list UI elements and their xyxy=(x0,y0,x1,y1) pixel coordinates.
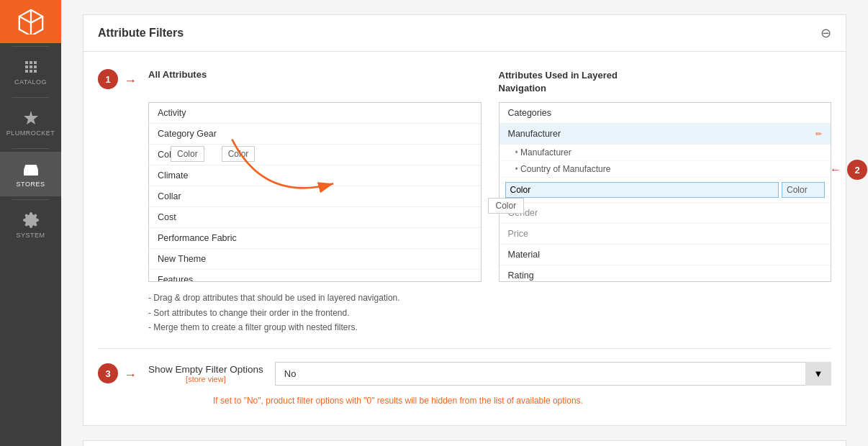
attr-item-features[interactable]: Features xyxy=(149,270,481,282)
nav-item-rating[interactable]: Rating xyxy=(499,265,831,282)
gender-tooltip: Color xyxy=(488,198,525,214)
step2-badge-row: ← 2 xyxy=(830,160,867,180)
attribute-filters-body: 1 → All Attributes Attributes Used in La… xyxy=(83,52,846,425)
step2-badge: 2 xyxy=(847,160,867,180)
svg-marker-1 xyxy=(24,111,38,124)
sidebar-item-system[interactable]: SYSTEM xyxy=(0,203,61,247)
collapse-icon[interactable]: ⊖ xyxy=(820,25,831,41)
attr-item-new-theme[interactable]: New Theme xyxy=(149,249,481,270)
sidebar-divider2 xyxy=(12,97,49,98)
step3-select-wrap: No Yes ▼ xyxy=(275,362,831,386)
attribute-filters-card: Attribute Filters ⊖ 1 → All Attributes A… xyxy=(83,14,846,426)
instructions: Drag & drop attributes that should be us… xyxy=(148,291,831,334)
logo xyxy=(0,0,61,43)
sidebar-divider4 xyxy=(12,199,49,200)
step3-label: Show Empty Filter Options xyxy=(148,364,263,375)
attr-item-cost[interactable]: Cost xyxy=(149,207,481,228)
attr-item-performance-fabric[interactable]: Performance Fabric xyxy=(149,228,481,249)
all-attrs-panel: Activity Category Gear Color Color Color xyxy=(148,102,482,282)
color-input-field[interactable] xyxy=(505,182,779,198)
color-tooltip-1: Color xyxy=(171,146,204,162)
instruction-2: Sort attributes to change their order in… xyxy=(148,306,831,320)
catalog-label: CATALOG xyxy=(14,78,47,86)
step1-arrow: → xyxy=(124,73,137,88)
all-attrs-list[interactable]: Activity Category Gear Color Color Color xyxy=(148,102,482,282)
system-label: SYSTEM xyxy=(16,232,45,239)
customizable-header: Customizable Option Filters ⊖ xyxy=(83,441,846,446)
panels-body: Activity Category Gear Color Color Color xyxy=(148,102,831,282)
step3-select[interactable]: No Yes xyxy=(275,362,831,386)
panels-header: All Attributes Attributes Used in Layere… xyxy=(148,69,831,99)
plumrocket-label: PLUMROCKET xyxy=(6,129,55,137)
instruction-3: Merge them to create a filter group with… xyxy=(148,320,831,334)
attr-panels-container: All Attributes Attributes Used in Layere… xyxy=(148,69,831,335)
color-tooltip-2: Color xyxy=(222,146,256,162)
nav-item-material[interactable]: Material xyxy=(499,245,831,265)
step1-badge: 1 xyxy=(98,69,118,89)
attr-item-climate[interactable]: Climate xyxy=(149,165,481,186)
nav-sub-country: Country of Manufacture xyxy=(499,161,831,178)
step3-label-wrap: Show Empty Filter Options [store view] xyxy=(148,364,263,383)
sidebar-divider xyxy=(12,46,49,47)
step3-row: 3 → Show Empty Filter Options [store vie… xyxy=(98,362,831,386)
nav-sub-manufacturer: Manufacturer xyxy=(499,145,831,161)
sidebar-item-stores[interactable]: STORES xyxy=(0,152,61,196)
customizable-option-filters-card: Customizable Option Filters ⊖ xyxy=(83,440,846,446)
attr-item-activity[interactable]: Activity xyxy=(149,103,481,124)
color-input-extra: Color xyxy=(782,182,825,198)
color-tooltips: Color Color xyxy=(171,145,255,163)
nav-attrs-panel: ← 2 Categories Manufacturer ✏ Manufactur… xyxy=(499,102,832,282)
nav-item-categories[interactable]: Categories xyxy=(499,103,831,124)
sidebar: CATALOG PLUMROCKET STORES SYSTEM xyxy=(0,0,61,446)
sidebar-item-plumrocket[interactable]: PLUMROCKET xyxy=(0,101,61,145)
nav-color-input-row: Color xyxy=(499,178,831,203)
manufacturer-label: Manufacturer xyxy=(508,129,561,139)
attribute-filters-title: Attribute Filters xyxy=(98,27,184,40)
attr-item-category-gear[interactable]: Category Gear xyxy=(149,124,481,145)
sidebar-divider3 xyxy=(12,148,49,149)
main-content: Attribute Filters ⊖ 1 → All Attributes A… xyxy=(61,0,868,446)
svg-rect-3 xyxy=(29,172,33,176)
attr-item-color[interactable]: Color Color Color xyxy=(149,145,481,165)
stores-label: STORES xyxy=(17,181,45,188)
step3-sublabel: [store view] xyxy=(148,375,263,383)
step1-row: 1 → All Attributes Attributes Used in La… xyxy=(98,69,831,335)
nav-attrs-list[interactable]: Categories Manufacturer ✏ Manufacturer C… xyxy=(499,102,832,282)
all-attrs-title: All Attributes xyxy=(148,69,482,80)
nav-attrs-header: Attributes Used in Layered Navigation xyxy=(499,69,832,99)
step3-badge-row: 3 → xyxy=(98,363,137,383)
nav-item-manufacturer[interactable]: Manufacturer ✏ xyxy=(499,124,831,145)
sidebar-item-catalog[interactable]: CATALOG xyxy=(0,50,61,94)
step3-info: If set to "No", product filter options w… xyxy=(213,394,831,408)
edit-icon-manufacturer[interactable]: ✏ xyxy=(815,129,822,139)
attribute-filters-header: Attribute Filters ⊖ xyxy=(83,15,846,52)
nav-attrs-title: Attributes Used in Layered Navigation xyxy=(499,69,657,95)
instruction-1: Drag & drop attributes that should be us… xyxy=(148,291,831,305)
nav-item-price[interactable]: Price xyxy=(499,224,831,245)
all-attrs-header: All Attributes xyxy=(148,69,482,99)
step1-badge-row: 1 → xyxy=(98,69,137,89)
step3-badge: 3 xyxy=(98,363,118,383)
section-divider xyxy=(98,348,831,349)
nav-item-gender[interactable]: Gender xyxy=(499,203,831,224)
step3-arrow: → xyxy=(124,368,137,383)
attr-item-collar[interactable]: Collar xyxy=(149,186,481,207)
